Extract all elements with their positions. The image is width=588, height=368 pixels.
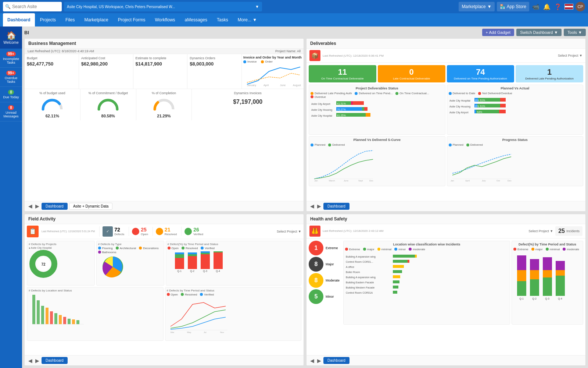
workspace-label: Asite City Hospital, US Workspace, Chris… xyxy=(67,5,255,9)
bm-gauge-completion: % of Completion 21.29% xyxy=(136,89,192,120)
hsd-legend: Extreme major minimal moderate xyxy=(513,248,581,251)
svg-rect-101 xyxy=(393,291,397,294)
estimate-label: Estimate to complete xyxy=(136,56,185,60)
language-flag[interactable] xyxy=(564,4,573,10)
tab-projects[interactable]: Projects xyxy=(36,13,60,26)
fa-charts-row1: # Defects by Projects ● Asite City Hospi… xyxy=(25,239,304,287)
tab-files[interactable]: Files xyxy=(61,13,79,26)
svg-rect-95 xyxy=(393,275,400,278)
bm-project-label: Project Name: All xyxy=(275,49,301,53)
bm-refresh-label: Last Refreshed (UTC): 8/18/2020 4:40:19 … xyxy=(28,49,94,53)
fa-icon: 📋 xyxy=(27,226,39,237)
gauge-budget-label: % of budget used xyxy=(27,91,78,95)
help-icon[interactable]: ❓ xyxy=(553,3,562,11)
fa-select-project[interactable]: Select Project ▼ xyxy=(277,230,301,233)
resolved-label: Resolved xyxy=(165,233,177,236)
defects-by-time-period-chart: # Defects by Time Period and Status Open… xyxy=(165,287,302,341)
extreme-circle: 1 xyxy=(309,241,323,255)
appstore-label: App Store xyxy=(507,4,526,9)
sidebar-item-incomplete-tasks[interactable]: 99+ Incomplete Tasks xyxy=(0,49,22,68)
bm-tab-dashboard[interactable]: Dashboard xyxy=(42,203,68,210)
search-input[interactable] xyxy=(12,4,56,9)
deliv-next-arrow[interactable]: ▶ xyxy=(316,203,322,209)
open-value: 25 xyxy=(141,227,148,233)
gauge-completion-label: % of Completion xyxy=(139,91,190,95)
svg-rect-52 xyxy=(175,258,184,269)
sc-legend: Planned Delivered xyxy=(311,143,444,147)
tab-amessages[interactable]: aMessages xyxy=(180,13,212,26)
bm-next-arrow[interactable]: ▶ xyxy=(35,203,40,209)
add-gadget-button[interactable]: + Add Gadget xyxy=(482,29,514,36)
appstore-button[interactable]: 🏪 App Store xyxy=(497,2,529,11)
notification-icon[interactable]: 🔔 xyxy=(542,3,551,11)
bm-metric-anticipated: Anticipated Cost $62,980,200 xyxy=(79,54,133,89)
tab-more[interactable]: More... ▼ xyxy=(233,13,262,26)
sidebar-item-unread-messages[interactable]: 8 Unread Messages xyxy=(0,102,22,121)
business-management-panel: Business Management Last Refreshed (UTC)… xyxy=(24,38,304,212)
fa-stat-resolved: 21 Resolved xyxy=(153,227,180,236)
hs-prev-arrow[interactable]: ◀ xyxy=(309,358,315,364)
switch-dashboard-button[interactable]: Switch Dashboard ▼ xyxy=(516,29,562,36)
tab-tasks[interactable]: Tasks xyxy=(212,13,233,26)
svg-rect-88 xyxy=(393,260,408,263)
svg-rect-13 xyxy=(364,107,368,111)
svg-text:41.51%: 41.51% xyxy=(337,102,346,105)
gauge-budget-value: 62.11% xyxy=(27,114,78,118)
bm-tab-data[interactable]: Asite + Dynamic Data xyxy=(69,203,112,210)
ps-svg: Jan April July Oct Dec xyxy=(449,148,582,181)
deliv-prev-arrow[interactable]: ◀ xyxy=(309,203,315,209)
sc-svg: Jan March June Sept Dec xyxy=(311,148,444,181)
marketplace-button[interactable]: Marketplace ▼ xyxy=(459,2,494,11)
svg-text:Dec: Dec xyxy=(369,180,373,182)
sidebar-welcome[interactable]: 🏠 Welcome xyxy=(0,26,22,49)
svg-text:Q-2: Q-2 xyxy=(532,297,537,300)
hs-tab-dashboard[interactable]: Dashboard xyxy=(323,357,349,364)
invoice-chart-svg: January April June August xyxy=(243,64,302,86)
sidebar-item-overdue-tasks[interactable]: 99+ Overdue Tasks xyxy=(0,68,22,87)
dbt-legend: Flooring Architectural Decorations Bathr… xyxy=(98,247,162,254)
gauge-commitment-svg xyxy=(95,96,121,111)
svg-text:March: March xyxy=(329,180,335,182)
svg-text:Asite City Airport: Asite City Airport xyxy=(311,103,330,106)
svg-rect-70 xyxy=(46,308,49,324)
bm-metric-estimate: Estimate to complete $14,817,900 xyxy=(133,54,188,89)
bm-gauge-budget: % of budget used 62.11% xyxy=(25,89,80,120)
deliverables-charts: Project Deliverables Status Delivered La… xyxy=(306,85,585,188)
video-icon[interactable]: 📹 xyxy=(531,3,540,11)
svg-text:70.27%: 70.27% xyxy=(337,108,346,111)
bm-prev-arrow[interactable]: ◀ xyxy=(28,203,33,209)
minor-circle: 5 xyxy=(309,289,323,304)
fa-prev-arrow[interactable]: ◀ xyxy=(28,358,33,364)
tab-workflows[interactable]: Workflows xyxy=(150,13,179,26)
fa-next-arrow[interactable]: ▶ xyxy=(35,358,40,364)
fa-stat-defects: ✓ 72 Defects xyxy=(99,226,127,237)
svg-rect-110 xyxy=(543,257,552,270)
fa-tab-dashboard[interactable]: Dashboard xyxy=(42,357,68,364)
deliv-tab-dashboard[interactable]: Dashboard xyxy=(323,203,349,210)
tab-dashboard[interactable]: Dashboard xyxy=(3,13,35,26)
tools-button[interactable]: Tools ▼ xyxy=(564,29,586,36)
extreme-value: 1 xyxy=(315,245,318,251)
svg-rect-115 xyxy=(556,270,565,276)
fa-stat-open: 25 Open xyxy=(129,227,151,236)
ontime-label: On Time Contractual Deliverable xyxy=(311,77,374,80)
avatar[interactable]: CP xyxy=(576,2,585,11)
hs-select-project[interactable]: Select Project ▼ xyxy=(528,229,553,233)
deliverables-select[interactable]: Select Project ▼ xyxy=(558,54,582,57)
svg-rect-75 xyxy=(68,319,71,324)
dbp-svg: 72 xyxy=(29,249,58,279)
hs-footer: ◀ ▶ Dashboard xyxy=(306,355,585,365)
pending-value: 74 xyxy=(449,67,512,77)
tab-marketplace[interactable]: Marketplace xyxy=(80,13,112,26)
location-classification-chart: Location wise classification wise Incide… xyxy=(343,241,510,325)
search-box[interactable]: 🔍 xyxy=(3,2,62,11)
budget-label: Budget xyxy=(27,56,76,60)
svg-rect-102 xyxy=(517,255,526,270)
workspace-dropdown[interactable]: Asite City Hospital, US Workspace, Chris… xyxy=(64,2,262,11)
gauge-invoices-value: $7,197,000 xyxy=(194,99,301,105)
tab-project-forms[interactable]: Project Forms xyxy=(114,13,150,26)
svg-rect-73 xyxy=(59,315,62,324)
hs-next-arrow[interactable]: ▶ xyxy=(316,358,322,364)
sidebar-item-due-today[interactable]: 0 Due Today xyxy=(0,87,22,102)
svg-text:Dec: Dec xyxy=(508,180,512,182)
